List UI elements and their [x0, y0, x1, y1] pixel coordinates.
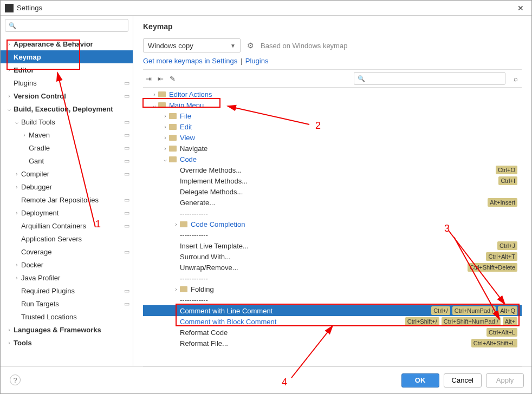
folder-icon: [158, 91, 166, 97]
sidebar-item[interactable]: ⌵Build, Execution, Deployment: [1, 102, 133, 115]
action-row[interactable]: Override Methods...Ctrl+O: [143, 165, 522, 175]
main-panel: Keymap Windows copy ▼ ⚙ Based on Windows…: [133, 16, 531, 366]
action-row[interactable]: ------------: [143, 229, 522, 240]
shortcut-badge: Ctrl+NumPad /: [452, 306, 496, 315]
action-search-input[interactable]: 🔍: [354, 72, 505, 85]
action-tree[interactable]: ›Editor Actions⌵Main Menu›File›Edit›View…: [143, 89, 522, 366]
action-row[interactable]: Implement Methods...Ctrl+I: [143, 175, 522, 186]
sidebar-item[interactable]: Gradle▭: [1, 141, 133, 154]
shortcut-badge: Ctrl+Alt+T: [486, 252, 517, 261]
gear-icon[interactable]: ⚙: [247, 41, 254, 50]
action-row[interactable]: ------------: [143, 208, 522, 219]
sidebar-search-field[interactable]: [18, 22, 125, 29]
action-row[interactable]: ›Edit: [143, 121, 522, 132]
action-row[interactable]: ------------: [143, 294, 522, 305]
close-icon[interactable]: ✕: [514, 4, 527, 12]
sidebar-item[interactable]: ›Tools: [1, 336, 133, 349]
more-keymaps-link[interactable]: Get more keymaps in Settings | Plugins: [143, 57, 522, 65]
sidebar-item[interactable]: ›Deployment▭: [1, 206, 133, 219]
shortcut-badge: Alt+: [503, 317, 517, 326]
shortcut-badge: Alt+Q: [498, 306, 517, 315]
shortcut-badge: Ctrl+I: [498, 176, 517, 185]
sidebar-item[interactable]: Remote Jar Repositories▭: [1, 193, 133, 206]
find-by-shortcut-icon[interactable]: ⌕: [510, 73, 522, 84]
sidebar-item[interactable]: ›Java Profiler: [1, 271, 133, 284]
annotation-3: 3: [444, 223, 450, 234]
sidebar-item[interactable]: Run Targets▭: [1, 297, 133, 310]
shortcut-badge: Ctrl+O: [496, 166, 517, 174]
keymap-scheme-value: Windows copy: [148, 42, 193, 50]
folder-icon: [169, 124, 177, 130]
action-row[interactable]: Insert Live Template...Ctrl+J: [143, 240, 522, 251]
sidebar-item[interactable]: ›Debugger: [1, 180, 133, 193]
apply-button[interactable]: Apply: [486, 373, 524, 388]
action-row[interactable]: Comment with Line CommentCtrl+/Ctrl+NumP…: [143, 305, 522, 316]
sidebar-item[interactable]: ›Appearance & Behavior: [1, 37, 133, 50]
action-row[interactable]: ›Code Completion: [143, 219, 522, 229]
action-row[interactable]: ⌵Main Menu: [143, 100, 522, 110]
expand-all-icon[interactable]: ⇥: [143, 73, 154, 84]
settings-tree[interactable]: ›Appearance & BehaviorKeymap›EditorPlugi…: [1, 35, 133, 366]
action-row[interactable]: ›View: [143, 132, 522, 143]
action-row[interactable]: Reformat CodeCtrl+Alt+L: [143, 327, 522, 338]
annotation-1: 1: [95, 219, 101, 230]
window-title: Settings: [17, 4, 514, 12]
based-on-label: Based on Windows keymap: [261, 42, 347, 50]
collapse-all-icon[interactable]: ⇤: [155, 73, 166, 84]
plugins-link[interactable]: Plugins: [245, 57, 269, 65]
action-row[interactable]: ⌵Code: [143, 154, 522, 165]
action-row[interactable]: Delegate Methods...: [143, 186, 522, 197]
folder-icon: [158, 102, 166, 108]
annotation-2: 2: [315, 120, 321, 132]
sidebar-item[interactable]: Coverage▭: [1, 245, 133, 258]
action-row[interactable]: Reformat File...Ctrl+Alt+Shift+L: [143, 338, 522, 349]
dialog-buttons: OK Cancel Apply: [1, 366, 531, 393]
action-row[interactable]: ›Navigate: [143, 143, 522, 154]
sidebar-item[interactable]: Required Plugins▭: [1, 284, 133, 297]
cancel-button[interactable]: Cancel: [444, 373, 482, 388]
sidebar-item[interactable]: Trusted Locations: [1, 310, 133, 323]
sidebar-item[interactable]: Application Servers: [1, 232, 133, 245]
sidebar-item[interactable]: ⌵Build Tools▭: [1, 115, 133, 128]
sidebar-item[interactable]: Plugins▭: [1, 76, 133, 89]
shortcut-badge: Ctrl+Alt+Shift+L: [471, 339, 517, 347]
sidebar-item[interactable]: ›Docker: [1, 258, 133, 271]
action-row[interactable]: Comment with Block CommentCtrl+Shift+/Ct…: [143, 316, 522, 327]
edit-shortcut-icon[interactable]: ✎: [167, 73, 178, 84]
action-row[interactable]: Surround With...Ctrl+Alt+T: [143, 251, 522, 262]
titlebar: Settings ✕: [1, 1, 531, 16]
shortcut-badge: Ctrl+Alt+L: [486, 328, 517, 337]
action-search-field[interactable]: [367, 75, 502, 82]
search-icon: 🔍: [9, 22, 16, 29]
folder-icon: [180, 286, 187, 292]
sidebar-item[interactable]: ›Compiler▭: [1, 167, 133, 180]
sidebar-item[interactable]: ›Version Control▭: [1, 89, 133, 102]
keymap-toolbar: ⇥ ⇤ ✎ 🔍 ⌕: [143, 69, 522, 88]
action-row[interactable]: ›Editor Actions: [143, 89, 522, 100]
action-row[interactable]: Unwrap/Remove...Ctrl+Shift+Delete: [143, 262, 522, 273]
shortcut-badge: Ctrl+J: [497, 241, 517, 250]
folder-icon: [169, 156, 177, 162]
ok-button[interactable]: OK: [401, 373, 439, 388]
shortcut-badge: Ctrl+/: [431, 306, 450, 315]
sidebar-item[interactable]: Gant▭: [1, 154, 133, 167]
keymap-scheme-select[interactable]: Windows copy ▼: [143, 38, 241, 52]
search-icon: 🔍: [358, 75, 365, 82]
action-row[interactable]: ›File: [143, 110, 522, 121]
folder-icon: [169, 146, 177, 152]
sidebar-item[interactable]: Keymap: [1, 50, 133, 63]
sidebar-item[interactable]: ›Maven▭: [1, 128, 133, 141]
sidebar-search-input[interactable]: 🔍: [5, 19, 128, 32]
shortcut-badge: Ctrl+Shift+NumPad /: [442, 317, 501, 326]
sidebar: 🔍 ›Appearance & BehaviorKeymap›EditorPlu…: [1, 16, 133, 366]
shortcut-badge: Ctrl+Shift+/: [405, 317, 439, 326]
sidebar-item[interactable]: ›Languages & Frameworks: [1, 323, 133, 336]
settings-link[interactable]: Get more keymaps in Settings: [143, 57, 237, 65]
sidebar-item[interactable]: ›Editor: [1, 63, 133, 76]
sidebar-item[interactable]: Arquillian Containers▭: [1, 219, 133, 232]
help-icon[interactable]: ?: [10, 375, 21, 385]
page-title: Keymap: [143, 22, 522, 31]
action-row[interactable]: ›Folding: [143, 284, 522, 294]
action-row[interactable]: Generate...Alt+Insert: [143, 197, 522, 208]
action-row[interactable]: ------------: [143, 273, 522, 284]
